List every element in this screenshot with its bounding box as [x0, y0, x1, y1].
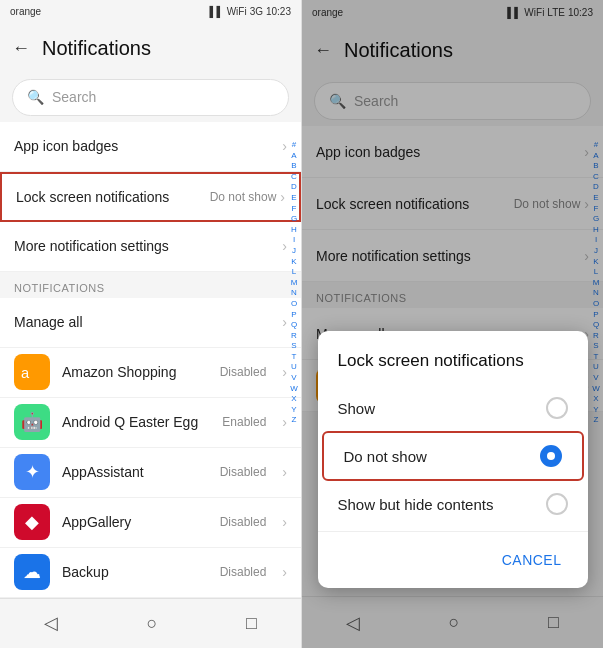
dialog-actions: CANCEL — [318, 536, 588, 588]
left-alpha-u[interactable]: U — [291, 362, 297, 372]
left-chevron-lock-screen: › — [280, 189, 285, 205]
left-alpha-p[interactable]: P — [291, 310, 296, 320]
left-status-icons: ▌▌ WiFi 3G 10:23 — [209, 6, 291, 17]
left-back-nav[interactable]: ◁ — [24, 604, 78, 642]
left-back-button[interactable]: ← — [12, 38, 30, 59]
left-backup-status: Disabled — [220, 565, 267, 579]
left-lock-screen-value: Do not show — [210, 190, 277, 204]
left-page-title: Notifications — [42, 37, 151, 60]
left-search-icon: 🔍 — [27, 89, 44, 105]
left-alpha-m[interactable]: M — [291, 278, 298, 288]
left-alpha-j[interactable]: J — [292, 246, 296, 256]
left-alpha-y[interactable]: Y — [291, 405, 296, 415]
left-status-bar: orange ▌▌ WiFi 3G 10:23 — [0, 0, 301, 23]
left-alpha-x[interactable]: X — [291, 394, 296, 404]
dialog-cancel-button[interactable]: CANCEL — [492, 546, 572, 574]
left-backup-name: Backup — [62, 564, 208, 580]
left-sim-badge: 3G — [250, 6, 263, 17]
left-android-icon: 🤖 — [14, 404, 50, 440]
left-search-input[interactable]: Search — [52, 89, 96, 105]
left-alpha-t[interactable]: T — [292, 352, 297, 362]
left-alpha-h[interactable]: H — [291, 225, 297, 235]
left-panel: orange ▌▌ WiFi 3G 10:23 ← Notifications … — [0, 0, 301, 648]
left-alpha-z[interactable]: Z — [292, 415, 297, 425]
left-menu-item-more-settings[interactable]: More notification settings › — [0, 222, 301, 272]
left-android-name: Android Q Easter Egg — [62, 414, 210, 430]
left-bottom-nav: ◁ ○ □ — [0, 598, 301, 648]
left-alpha-e[interactable]: E — [291, 193, 296, 203]
left-backup-icon: ☁ — [14, 554, 50, 590]
left-alpha-l[interactable]: L — [292, 267, 296, 277]
left-alpha-k[interactable]: K — [291, 257, 296, 267]
left-alphabet-sidebar: # A B C D E F G H I J K L M N O P Q R S … — [287, 140, 301, 588]
left-header: ← Notifications — [0, 23, 301, 73]
left-manage-all[interactable]: Manage all › — [0, 298, 301, 348]
left-alpha-n[interactable]: N — [291, 288, 297, 298]
left-recents-nav[interactable]: □ — [226, 605, 277, 642]
left-manage-all-label: Manage all — [14, 314, 282, 330]
left-alpha-g[interactable]: G — [291, 214, 297, 224]
dialog-show-label: Show — [338, 400, 532, 417]
dialog-divider — [318, 531, 588, 532]
left-app-icon-badges-label: App icon badges — [14, 138, 282, 154]
dialog-title: Lock screen notifications — [318, 351, 588, 385]
left-alpha-r[interactable]: R — [291, 331, 297, 341]
left-alpha-hash[interactable]: # — [292, 140, 296, 150]
left-menu-item-lock-screen[interactable]: Lock screen notifications Do not show › — [0, 172, 301, 222]
left-app-item-android[interactable]: 🤖 Android Q Easter Egg Enabled › — [0, 398, 301, 448]
lock-screen-dialog: Lock screen notifications Show Do not sh… — [318, 331, 588, 588]
left-more-settings-label: More notification settings — [14, 238, 282, 254]
left-appassistant-icon: ✦ — [14, 454, 50, 490]
left-alpha-b[interactable]: B — [291, 161, 296, 171]
left-appgallery-name: AppGallery — [62, 514, 208, 530]
left-time: 10:23 — [266, 6, 291, 17]
left-alpha-c[interactable]: C — [291, 172, 297, 182]
left-wifi-icon: WiFi — [227, 6, 247, 17]
left-amazon-name: Amazon Shopping — [62, 364, 208, 380]
dialog-show-radio[interactable] — [546, 397, 568, 419]
right-panel: orange ▌▌ WiFi LTE 10:23 ← Notifications… — [301, 0, 603, 648]
dialog-do-not-show-label: Do not show — [344, 448, 526, 465]
left-alpha-s[interactable]: S — [291, 341, 296, 351]
dialog-option-do-not-show[interactable]: Do not show — [322, 431, 584, 481]
dialog-hide-contents-radio[interactable] — [546, 493, 568, 515]
left-alpha-o[interactable]: O — [291, 299, 297, 309]
left-app-item-appgallery[interactable]: ◆ AppGallery Disabled › — [0, 498, 301, 548]
left-search-bar[interactable]: 🔍 Search — [12, 79, 289, 116]
left-carrier: orange — [10, 6, 41, 17]
left-appassistant-name: AppAssistant — [62, 464, 208, 480]
left-app-item-amazon[interactable]: a Amazon Shopping Disabled › — [0, 348, 301, 398]
left-home-nav[interactable]: ○ — [127, 605, 178, 642]
dialog-overlay: Lock screen notifications Show Do not sh… — [302, 0, 603, 648]
left-appgallery-status: Disabled — [220, 515, 267, 529]
dialog-hide-contents-label: Show but hide contents — [338, 496, 532, 513]
left-appgallery-icon: ◆ — [14, 504, 50, 540]
dialog-do-not-show-radio[interactable] — [540, 445, 562, 467]
left-alpha-v[interactable]: V — [291, 373, 296, 383]
dialog-option-show[interactable]: Show — [318, 385, 588, 431]
left-android-status: Enabled — [222, 415, 266, 429]
left-alpha-f[interactable]: F — [292, 204, 297, 214]
left-amazon-status: Disabled — [220, 365, 267, 379]
left-app-item-backup[interactable]: ☁ Backup Disabled › — [0, 548, 301, 598]
svg-text:a: a — [21, 365, 30, 381]
left-amazon-icon: a — [14, 354, 50, 390]
left-appassistant-status: Disabled — [220, 465, 267, 479]
dialog-option-hide-contents[interactable]: Show but hide contents — [318, 481, 588, 527]
left-menu-item-app-icon-badges[interactable]: App icon badges › — [0, 122, 301, 172]
left-alpha-d[interactable]: D — [291, 182, 297, 192]
left-app-item-appassistant[interactable]: ✦ AppAssistant Disabled › — [0, 448, 301, 498]
left-lock-screen-label: Lock screen notifications — [16, 189, 210, 205]
left-section-label: NOTIFICATIONS — [0, 272, 301, 298]
left-alpha-w[interactable]: W — [290, 384, 298, 394]
left-signal-icon: ▌▌ — [209, 6, 223, 17]
left-alpha-i[interactable]: I — [293, 235, 295, 245]
left-alpha-q[interactable]: Q — [291, 320, 297, 330]
left-alpha-a[interactable]: A — [291, 151, 296, 161]
